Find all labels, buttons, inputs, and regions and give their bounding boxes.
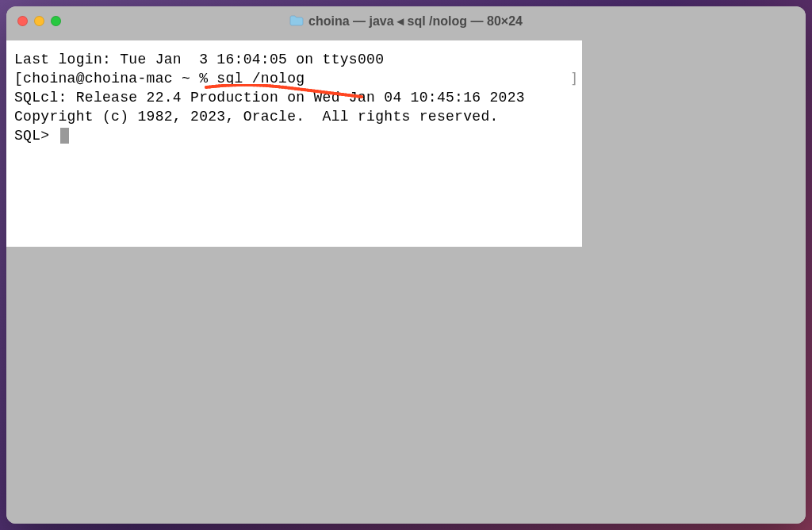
sql-prompt: SQL>	[14, 126, 574, 145]
bracket-open: [	[14, 71, 23, 86]
terminal-body: Last login: Tue Jan 3 16:04:05 on ttys00…	[6, 35, 806, 524]
sqlcl-version: SQLcl: Release 22.4 Production on Wed Ja…	[14, 88, 574, 107]
terminal-output[interactable]: Last login: Tue Jan 3 16:04:05 on ttys00…	[6, 40, 582, 247]
minimize-button[interactable]	[34, 16, 44, 26]
traffic-lights	[17, 16, 61, 26]
close-button[interactable]	[17, 16, 28, 26]
folder-icon	[289, 15, 304, 26]
sql-prompt-text: SQL>	[14, 128, 59, 144]
copyright-line: Copyright (c) 1982, 2023, Oracle. All ri…	[14, 107, 574, 126]
window-title: choina — java ◂ sql /nolog — 80×24	[308, 13, 523, 29]
maximize-button[interactable]	[51, 16, 61, 26]
titlebar[interactable]: choina — java ◂ sql /nolog — 80×24	[6, 6, 806, 35]
terminal-window: choina — java ◂ sql /nolog — 80×24 Last …	[6, 6, 806, 524]
bracket-close: ]	[570, 69, 579, 88]
shell-command: choina@choina-mac ~ % sql /nolog	[23, 71, 304, 86]
cursor-icon	[60, 128, 69, 144]
prompt-line: [choina@choina-mac ~ % sql /nolog	[14, 69, 574, 88]
title-wrap: choina — java ◂ sql /nolog — 80×24	[6, 13, 806, 29]
login-line: Last login: Tue Jan 3 16:04:05 on ttys00…	[14, 50, 574, 69]
